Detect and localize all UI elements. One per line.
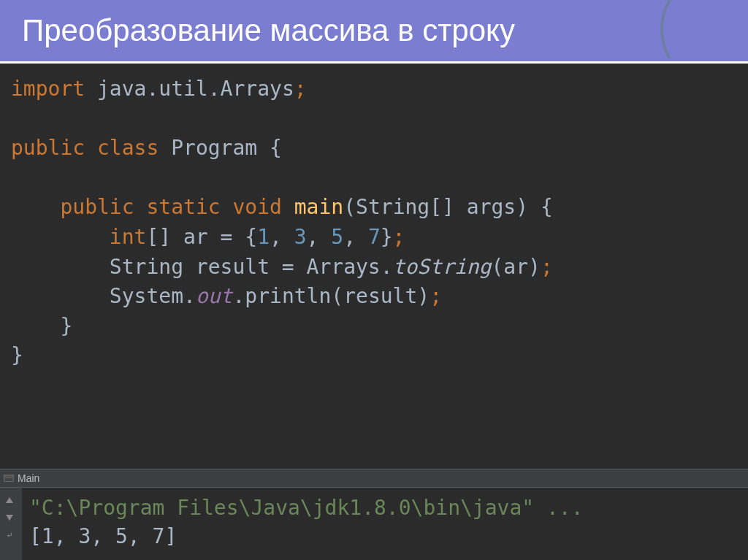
console-gutter: ⤶ (0, 488, 22, 560)
code-editor[interactable]: import java.util.Arrays; public class Pr… (0, 64, 748, 469)
wrap-icon[interactable]: ⤶ (3, 529, 16, 542)
code-line-9: } (7, 312, 741, 342)
code-line-10: } (7, 341, 741, 371)
code-line-7: String result = Arrays.toString(ar); (7, 253, 741, 283)
code-line-6: int[] ar = {1, 3, 5, 7}; (7, 223, 741, 253)
run-tab-bar: Main (0, 469, 748, 488)
console-panel: ⤶ "C:\Program Files\Java\jdk1.8.0\bin\ja… (0, 488, 748, 560)
code-line-5: public static void main(String[] args) { (7, 193, 741, 223)
code-line-3: public class Program { (7, 134, 741, 164)
code-line-2 (7, 104, 741, 134)
arrow-up-icon[interactable] (3, 494, 16, 507)
code-line-4 (7, 164, 741, 193)
console-output[interactable]: "C:\Program Files\Java\jdk1.8.0\bin\java… (22, 488, 748, 560)
arrow-down-icon[interactable] (3, 511, 16, 524)
header-decoration (660, 0, 748, 58)
console-result-line: [1, 3, 5, 7] (29, 522, 741, 551)
run-tab-label[interactable]: Main (18, 472, 39, 484)
code-line-1: import java.util.Arrays; (7, 74, 741, 104)
run-config-icon (4, 475, 14, 482)
slide-title: Преобразование массива в строку (22, 13, 726, 48)
code-line-8: System.out.println(result); (7, 282, 741, 312)
console-command-line: "C:\Program Files\Java\jdk1.8.0\bin\java… (29, 494, 741, 522)
slide-header: Преобразование массива в строку (0, 0, 748, 64)
